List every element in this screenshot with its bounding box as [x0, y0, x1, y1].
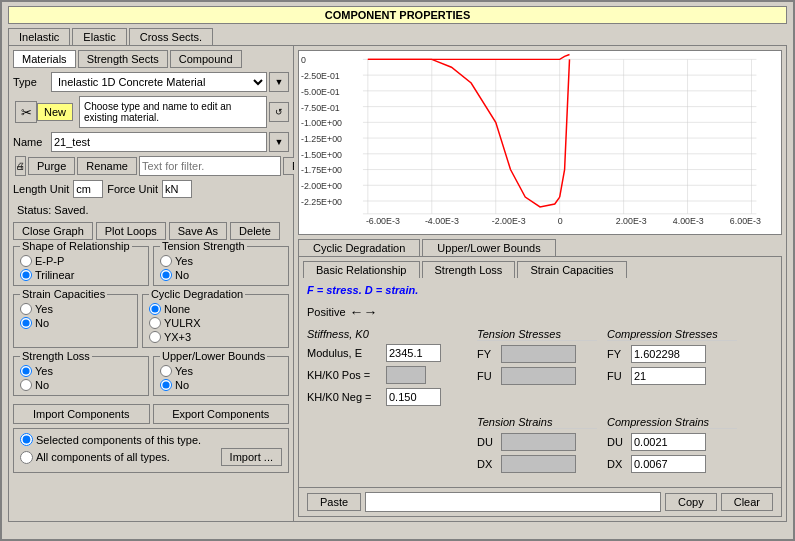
yulrx-radio-input[interactable]: [149, 317, 161, 329]
import-button[interactable]: Import ...: [221, 448, 282, 466]
upper-lower-tab[interactable]: Upper/Lower Bounds: [422, 239, 555, 256]
upper-no-radio[interactable]: No: [160, 379, 282, 391]
print-icon[interactable]: 🖨: [15, 156, 26, 176]
compression-stresses-section: Compression Stresses FY FU: [607, 328, 737, 410]
y-label-4: -1.00E+00: [301, 118, 342, 128]
none-radio-input[interactable]: [149, 303, 161, 315]
new-button[interactable]: New: [37, 103, 73, 121]
comp-fu-input[interactable]: [631, 367, 706, 385]
type-icon-btn[interactable]: ▼: [269, 72, 289, 92]
trilinear-radio[interactable]: Trilinear: [20, 269, 142, 281]
strength-no-radio[interactable]: No: [20, 379, 142, 391]
tension-dx-input[interactable]: [501, 455, 576, 473]
x-label-5: 4.00E-3: [673, 216, 704, 226]
epp-radio-input[interactable]: [20, 255, 32, 267]
tab-inelastic[interactable]: Inelastic: [8, 28, 70, 45]
purge-button[interactable]: Purge: [28, 157, 75, 175]
basic-rel-tab[interactable]: Basic Relationship: [303, 261, 420, 278]
rename-button[interactable]: Rename: [77, 157, 137, 175]
none-radio[interactable]: None: [149, 303, 282, 315]
tab-cross-sects[interactable]: Cross Sects.: [129, 28, 213, 45]
tension-radio-group: Yes No: [160, 255, 282, 281]
tab-elastic[interactable]: Elastic: [72, 28, 126, 45]
curve-left-down: [368, 59, 560, 207]
tension-yes-label: Yes: [175, 255, 193, 267]
x-label-1: -4.00E-3: [425, 216, 459, 226]
close-graph-button[interactable]: Close Graph: [13, 222, 93, 240]
strength-loss-tab[interactable]: Strength Loss: [422, 261, 516, 278]
scissors-icon[interactable]: ✂: [15, 101, 37, 123]
paste-button[interactable]: Paste: [307, 493, 361, 511]
filter-row: 🖨 Purge Rename Filter: [13, 156, 289, 176]
name-input[interactable]: [51, 132, 267, 152]
sub-tab-compound[interactable]: Compound: [170, 50, 242, 68]
new-box: ✂ New Choose type and name to edit an ex…: [13, 96, 289, 128]
tension-fu-label: FU: [477, 370, 497, 382]
upper-no-input[interactable]: [160, 379, 172, 391]
refresh-icon[interactable]: ↺: [269, 102, 289, 122]
sub-tab-strength[interactable]: Strength Sects: [78, 50, 168, 68]
clear-button[interactable]: Clear: [721, 493, 773, 511]
comp-du-input[interactable]: [631, 433, 706, 451]
tension-fy-input[interactable]: [501, 345, 576, 363]
chart-area: 0 -2.50E-01 -5.00E-01 -7.50E-01 -1.00E+0…: [298, 50, 782, 235]
epp-radio[interactable]: E-P-P: [20, 255, 142, 267]
tension-no-radio[interactable]: No: [160, 269, 282, 281]
content-area: Materials Strength Sects Compound Type I…: [8, 45, 787, 522]
strains-grid: Tension Strains DU DX: [307, 416, 773, 477]
strain-cap-tab[interactable]: Strain Capacities: [517, 261, 626, 278]
modulus-input[interactable]: [386, 344, 441, 362]
type-select[interactable]: Inelastic 1D Concrete Material: [51, 72, 267, 92]
cyclic-deg-tab[interactable]: Cyclic Degradation: [298, 239, 420, 256]
top-tabs: Inelastic Elastic Cross Sects.: [8, 28, 787, 45]
import-all-radio[interactable]: [20, 451, 33, 464]
paste-input[interactable]: [365, 492, 661, 512]
export-components-btn[interactable]: Export Components: [153, 404, 290, 424]
upper-yes-input[interactable]: [160, 365, 172, 377]
comp-dx-input[interactable]: [631, 455, 706, 473]
strain-no-input[interactable]: [20, 317, 32, 329]
tension-yes-radio[interactable]: Yes: [160, 255, 282, 267]
tension-du-row: DU: [477, 433, 597, 451]
tension-no-input[interactable]: [160, 269, 172, 281]
copy-button[interactable]: Copy: [665, 493, 717, 511]
strain-yes-input[interactable]: [20, 303, 32, 315]
tension-fu-input[interactable]: [501, 367, 576, 385]
cyclic-deg-group: Cyclic Degradation None YULRX YX+3: [142, 294, 289, 348]
strain-radio-group: Yes No: [20, 303, 131, 329]
yulrx-radio[interactable]: YULRX: [149, 317, 282, 329]
filter-input[interactable]: [139, 156, 281, 176]
y-label-0: 0: [301, 55, 306, 65]
graph-buttons: Close Graph Plot Loops Save As Delete: [13, 222, 289, 240]
tension-du-input[interactable]: [501, 433, 576, 451]
x-label-6: 6.00E-3: [730, 216, 761, 226]
force-unit-input[interactable]: [162, 180, 192, 198]
tension-yes-input[interactable]: [160, 255, 172, 267]
plot-loops-button[interactable]: Plot Loops: [96, 222, 166, 240]
name-dropdown-icon[interactable]: ▼: [269, 132, 289, 152]
delete-button[interactable]: Delete: [230, 222, 280, 240]
sub-tab-materials[interactable]: Materials: [13, 50, 76, 68]
shape-tension-groups: Shape of Relationship E-P-P Trilinear Te: [13, 246, 289, 290]
upper-yes-radio[interactable]: Yes: [160, 365, 282, 377]
import-option-2: All components of all types. Import ...: [20, 448, 282, 466]
trilinear-radio-input[interactable]: [20, 269, 32, 281]
tension-dx-label: DX: [477, 458, 497, 470]
strength-yes-input[interactable]: [20, 365, 32, 377]
strain-no-radio[interactable]: No: [20, 317, 131, 329]
tension-strength-group: Tension Strength Yes No: [153, 246, 289, 286]
comp-fy-input[interactable]: [631, 345, 706, 363]
import-selected-radio[interactable]: [20, 433, 33, 446]
kh-neg-input[interactable]: [386, 388, 441, 406]
strength-no-input[interactable]: [20, 379, 32, 391]
strain-no-label: No: [35, 317, 49, 329]
length-unit-input[interactable]: [73, 180, 103, 198]
yx3-radio[interactable]: YX+3: [149, 331, 282, 343]
modulus-label: Modulus, E: [307, 347, 382, 359]
tension-strains-title: Tension Strains: [477, 416, 597, 429]
strain-yes-radio[interactable]: Yes: [20, 303, 131, 315]
yx3-radio-input[interactable]: [149, 331, 161, 343]
strength-yes-radio[interactable]: Yes: [20, 365, 142, 377]
import-components-btn[interactable]: Import Components: [13, 404, 150, 424]
save-as-button[interactable]: Save As: [169, 222, 227, 240]
